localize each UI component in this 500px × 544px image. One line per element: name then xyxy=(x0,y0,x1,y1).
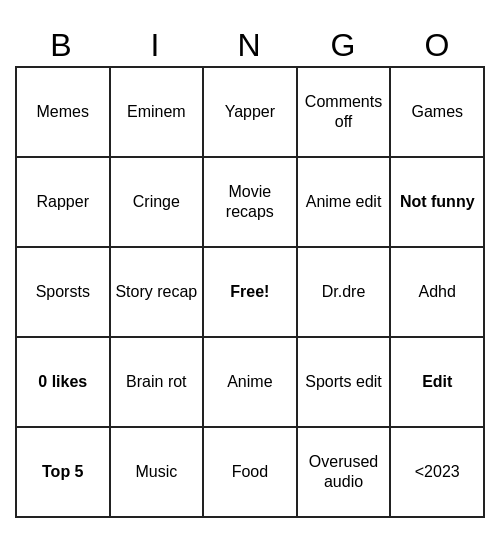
grid-cell-2-1: Story recap xyxy=(110,247,204,337)
grid-cell-2-3: Dr.dre xyxy=(297,247,391,337)
bingo-header: BINGO xyxy=(15,27,485,64)
bingo-grid: MemesEminemYapperComments offGamesRapper… xyxy=(15,66,485,518)
bingo-letter-O: O xyxy=(391,27,485,64)
grid-cell-1-4: Not funny xyxy=(390,157,484,247)
grid-cell-1-1: Cringe xyxy=(110,157,204,247)
bingo-letter-I: I xyxy=(109,27,203,64)
grid-cell-4-0: Top 5 xyxy=(16,427,110,517)
grid-cell-1-0: Rapper xyxy=(16,157,110,247)
grid-cell-4-1: Music xyxy=(110,427,204,517)
grid-cell-2-0: Sporsts xyxy=(16,247,110,337)
grid-cell-3-2: Anime xyxy=(203,337,296,427)
grid-cell-0-3: Comments off xyxy=(297,67,391,157)
grid-cell-1-2: Movie recaps xyxy=(203,157,296,247)
grid-cell-4-2: Food xyxy=(203,427,296,517)
grid-cell-3-4: Edit xyxy=(390,337,484,427)
grid-cell-0-2: Yapper xyxy=(203,67,296,157)
grid-cell-2-2: Free! xyxy=(203,247,296,337)
grid-cell-2-4: Adhd xyxy=(390,247,484,337)
grid-cell-4-4: <2023 xyxy=(390,427,484,517)
grid-cell-0-0: Memes xyxy=(16,67,110,157)
grid-row-1: RapperCringeMovie recapsAnime editNot fu… xyxy=(16,157,484,247)
grid-row-0: MemesEminemYapperComments offGames xyxy=(16,67,484,157)
grid-row-2: SporstsStory recapFree!Dr.dreAdhd xyxy=(16,247,484,337)
bingo-letter-B: B xyxy=(15,27,109,64)
bingo-letter-G: G xyxy=(297,27,391,64)
bingo-letter-N: N xyxy=(203,27,297,64)
grid-cell-1-3: Anime edit xyxy=(297,157,391,247)
grid-cell-0-1: Eminem xyxy=(110,67,204,157)
grid-cell-0-4: Games xyxy=(390,67,484,157)
grid-cell-3-0: 0 likes xyxy=(16,337,110,427)
grid-row-4: Top 5MusicFoodOverused audio<2023 xyxy=(16,427,484,517)
grid-cell-4-3: Overused audio xyxy=(297,427,391,517)
grid-row-3: 0 likesBrain rotAnimeSports editEdit xyxy=(16,337,484,427)
grid-cell-3-1: Brain rot xyxy=(110,337,204,427)
grid-cell-3-3: Sports edit xyxy=(297,337,391,427)
